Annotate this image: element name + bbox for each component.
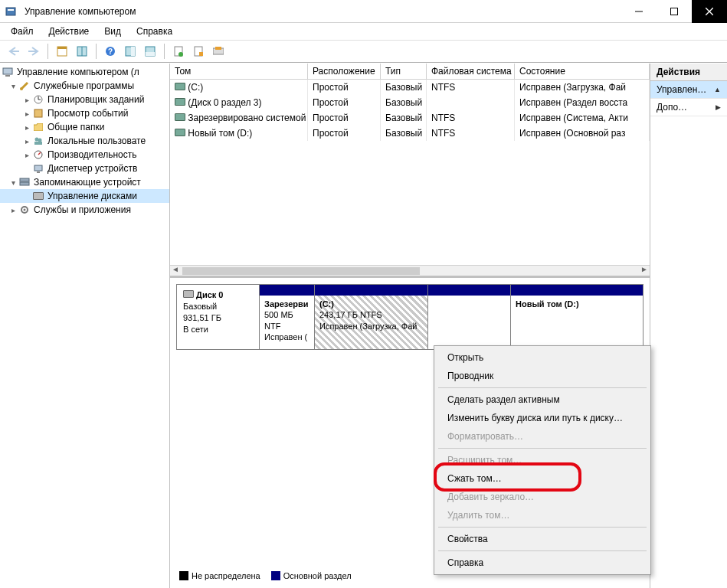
legend: Не распределена Основной раздел: [179, 571, 352, 580]
tree-root-label: Управление компьютером (л: [17, 67, 139, 77]
col-layout[interactable]: Расположение: [308, 64, 381, 79]
actions-main[interactable]: Управлен…▲: [650, 81, 727, 99]
toolbar-btn-7[interactable]: [169, 42, 188, 60]
menu-file[interactable]: Файл: [5, 24, 40, 38]
partition-c[interactable]: (C:) 243,17 ГБ NTFS Исправен (Загрузка, …: [315, 285, 428, 349]
tree-diskmgmt[interactable]: Управление дисками: [0, 189, 169, 203]
toolbar-btn-6[interactable]: [141, 42, 159, 60]
tree-localusers[interactable]: ▸ Локальные пользовате: [0, 134, 169, 148]
volume-row[interactable]: (C:) Простой Базовый NTFS Исправен (Загр…: [170, 80, 650, 95]
toolbar-btn-5[interactable]: [121, 42, 139, 60]
partition-d[interactable]: Новый том (D:): [511, 285, 643, 349]
h-scrollbar[interactable]: [170, 265, 650, 276]
tree-eventviewer-label: Просмотр событий: [47, 108, 128, 119]
props-button[interactable]: [53, 42, 71, 60]
drive-icon: [175, 98, 185, 106]
close-button[interactable]: [692, 0, 727, 23]
folder-icon: [32, 121, 44, 133]
minimize-button[interactable]: [621, 0, 657, 23]
tree-eventviewer[interactable]: ▸ Просмотр событий: [0, 106, 169, 120]
tree-scheduler-label: Планировщик заданий: [47, 94, 144, 105]
svg-rect-3: [671, 8, 678, 15]
ctx-delete: Удалить том…: [437, 506, 648, 524]
toolbar-btn-8[interactable]: [189, 42, 208, 60]
chevron-right-icon: ▶: [716, 103, 721, 111]
col-status[interactable]: Состояние: [515, 64, 650, 79]
storage-icon: [18, 176, 31, 188]
actions-more[interactable]: Допо…▶: [650, 99, 727, 116]
tree-services[interactable]: ▾ Служебные программы: [0, 79, 169, 93]
apps-icon: [18, 204, 31, 216]
chevron-down-icon[interactable]: ▾: [8, 178, 18, 187]
svg-rect-9: [57, 47, 67, 49]
menu-action[interactable]: Действие: [43, 24, 96, 38]
drive-icon: [175, 83, 185, 90]
ctx-format: Форматировать…: [437, 427, 648, 446]
help-button[interactable]: ?: [101, 42, 120, 60]
col-volume[interactable]: Том: [170, 64, 308, 79]
actions-pane: Действия Управлен…▲ Допо…▶: [650, 64, 727, 588]
app-icon: [0, 5, 21, 18]
chevron-right-icon[interactable]: ▸: [21, 123, 32, 132]
chevron-down-icon[interactable]: ▾: [8, 82, 18, 90]
svg-rect-38: [20, 178, 29, 181]
ctx-make-active[interactable]: Сделать раздел активным: [437, 390, 648, 409]
ctx-explorer[interactable]: Проводник: [437, 367, 648, 385]
col-type[interactable]: Тип: [381, 64, 427, 79]
volume-row[interactable]: Зарезервировано системой Простой Базовый…: [170, 110, 650, 126]
svg-rect-39: [20, 182, 29, 185]
ctx-shrink[interactable]: Сжать том…: [437, 469, 648, 488]
menu-help[interactable]: Справка: [130, 24, 178, 38]
disk-info[interactable]: Диск 0 Базовый 931,51 ГБ В сети: [177, 285, 260, 349]
tree-sharedfolders-label: Общие папки: [47, 122, 104, 132]
drive-icon: [175, 113, 185, 121]
view-button[interactable]: [73, 42, 91, 60]
nav-fwd-button[interactable]: [25, 42, 43, 60]
tree-root[interactable]: Управление компьютером (л: [0, 65, 169, 79]
volume-list-header[interactable]: Том Расположение Тип Файловая система Со…: [170, 64, 650, 80]
menu-view[interactable]: Вид: [98, 24, 127, 38]
ctx-properties[interactable]: Свойства: [437, 530, 648, 548]
svg-line-35: [38, 152, 41, 155]
tree-pane: Управление компьютером (л ▾ Служебные пр…: [0, 64, 170, 588]
toolbar-btn-9[interactable]: [209, 42, 228, 60]
chevron-right-icon[interactable]: ▸: [21, 109, 32, 118]
titlebar: Управление компьютером: [0, 0, 727, 23]
chevron-right-icon[interactable]: ▸: [8, 206, 18, 214]
tree-services-label: Служебные программы: [34, 80, 134, 91]
computer-icon: [2, 66, 14, 78]
tree-apps[interactable]: ▸ Службы и приложения: [0, 203, 169, 217]
ctx-mirror: Добавить зеркало…: [437, 488, 648, 506]
tree-performance[interactable]: ▸ Производительность: [0, 148, 169, 162]
tree-scheduler[interactable]: ▸ Планировщик заданий: [0, 93, 169, 106]
svg-point-32: [38, 139, 42, 142]
partition-reserved[interactable]: Зарезерви 500 МБ NTF Исправен (: [260, 285, 315, 349]
partition-unknown[interactable]: [428, 285, 511, 349]
tools-icon: [18, 80, 31, 92]
ctx-open[interactable]: Открыть: [437, 348, 648, 367]
nav-back-button[interactable]: [5, 42, 23, 60]
chevron-right-icon[interactable]: ▸: [21, 96, 32, 104]
tree-storage[interactable]: ▾ Запоминающие устройст: [0, 175, 169, 189]
ctx-change-letter[interactable]: Изменить букву диска или путь к диску…: [437, 409, 648, 427]
maximize-button[interactable]: [657, 0, 692, 23]
ctx-extend: Расширить том…: [437, 451, 648, 469]
svg-rect-36: [34, 165, 42, 171]
device-icon: [32, 162, 44, 175]
disk-row: Диск 0 Базовый 931,51 ГБ В сети Зарезерв…: [176, 284, 643, 350]
svg-rect-25: [5, 75, 10, 77]
volume-rows: (C:) Простой Базовый NTFS Исправен (Загр…: [170, 80, 650, 265]
tree-sharedfolders[interactable]: ▸ Общие папки: [0, 120, 169, 134]
window-title: Управление компьютером: [21, 6, 621, 17]
menubar: Файл Действие Вид Справка: [0, 23, 727, 40]
col-fs[interactable]: Файловая система: [427, 64, 515, 79]
chevron-right-icon[interactable]: ▸: [21, 137, 32, 145]
volume-row[interactable]: (Диск 0 раздел 3) Простой Базовый Исправ…: [170, 95, 650, 110]
tree-devicemgr[interactable]: Диспетчер устройств: [0, 162, 169, 175]
svg-rect-1: [8, 9, 14, 11]
diskmgmt-icon: [32, 190, 44, 202]
tree-storage-label: Запоминающие устройст: [34, 177, 141, 188]
volume-row[interactable]: Новый том (D:) Простой Базовый NTFS Испр…: [170, 126, 650, 141]
chevron-right-icon[interactable]: ▸: [21, 151, 32, 159]
ctx-help[interactable]: Справка: [437, 554, 648, 572]
